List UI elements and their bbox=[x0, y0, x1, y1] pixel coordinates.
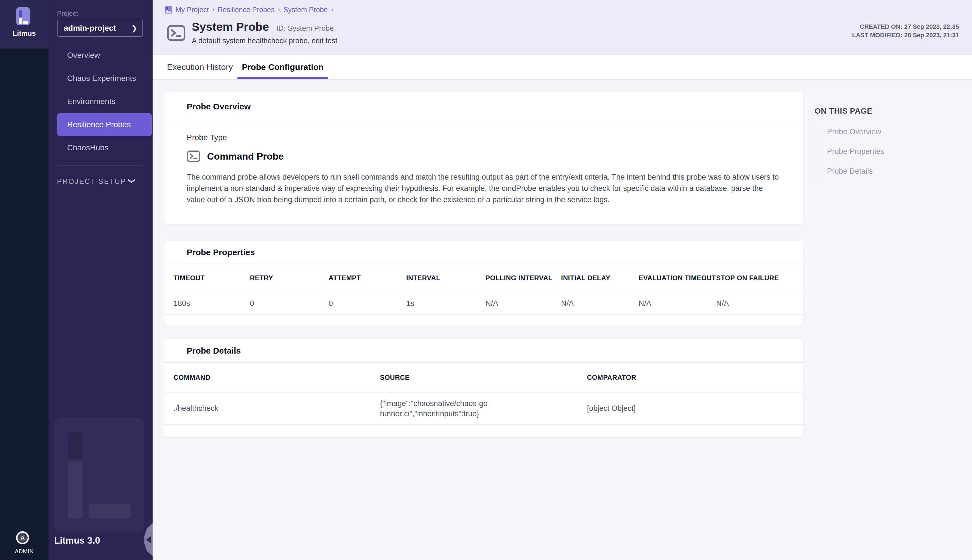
table-header-row: COMMAND SOURCE COMPARATOR bbox=[165, 363, 803, 393]
breadcrumb-my-project[interactable]: My Project bbox=[175, 6, 209, 14]
probe-type-label: Probe Type bbox=[187, 133, 781, 142]
sidebar-item-environments[interactable]: Environments bbox=[48, 90, 153, 113]
breadcrumb-separator: › bbox=[278, 6, 280, 13]
breadcrumb-separator: › bbox=[331, 6, 333, 13]
collapse-arrow-icon bbox=[146, 536, 151, 543]
collapse-sidebar-handle[interactable] bbox=[144, 523, 153, 556]
column-header: COMMAND bbox=[173, 373, 380, 382]
timestamps: CREATED ON: 27 Sep 2023, 22:35 LAST MODI… bbox=[852, 23, 959, 40]
column-header: INTERVAL bbox=[406, 274, 485, 282]
probe-type-description: The command probe allows developers to r… bbox=[187, 172, 781, 205]
main-area: My Project › Resilience Probes › System … bbox=[153, 0, 972, 560]
column-header: RETRY bbox=[250, 274, 328, 282]
polling-interval-value: N/A bbox=[485, 299, 561, 308]
command-value: ./healthcheck bbox=[173, 404, 380, 413]
sidebar-item-resilience-probes[interactable]: Resilience Probes bbox=[57, 113, 152, 136]
project-switcher[interactable]: admin-project ❯ bbox=[57, 20, 143, 37]
probe-properties-card: Probe Properties TIMEOUT RETRY ATTEMPT I… bbox=[165, 241, 803, 326]
sidebar-item-chaos-experiments[interactable]: Chaos Experiments bbox=[48, 67, 153, 90]
tab-probe-configuration[interactable]: Probe Configuration bbox=[237, 55, 328, 79]
content-area: Probe Overview Probe Type Command Probe … bbox=[153, 80, 972, 560]
chevron-down-icon: ❯ bbox=[128, 178, 136, 184]
left-rail: Litmus A ADMIN bbox=[0, 0, 48, 560]
initial-delay-value: N/A bbox=[561, 299, 639, 308]
project-label: Project bbox=[57, 10, 78, 17]
table-row: 180s 0 0 1s N/A N/A N/A N/A bbox=[165, 292, 803, 315]
last-modified: LAST MODIFIED: 28 Sep 2023, 21:31 bbox=[852, 31, 959, 40]
litmus-breadcrumb-icon bbox=[165, 6, 172, 13]
page-header: My Project › Resilience Probes › System … bbox=[153, 0, 972, 55]
table-header-row: TIMEOUT RETRY ATTEMPT INTERVAL POLLING I… bbox=[165, 264, 803, 292]
app-version: Litmus 3.0 bbox=[54, 535, 100, 546]
breadcrumb-resilience-probes[interactable]: Resilience Probes bbox=[218, 6, 275, 14]
created-on: CREATED ON: 27 Sep 2023, 22:35 bbox=[852, 23, 959, 31]
title-block: System Probe ID: System Probe A default … bbox=[192, 20, 337, 45]
litmus-logo-icon bbox=[17, 7, 30, 25]
column-header: SOURCE bbox=[380, 373, 587, 382]
sidebar-nav: Overview Chaos Experiments Environments … bbox=[48, 44, 153, 159]
sidebar-item-chaoshubs[interactable]: ChaosHubs bbox=[48, 136, 153, 159]
litmus-watermark-logo bbox=[54, 418, 144, 532]
on-this-page-title: ON THIS PAGE bbox=[815, 107, 961, 116]
column-header: STOP ON FAILURE bbox=[716, 274, 803, 282]
column-header: ATTEMPT bbox=[328, 274, 406, 282]
avatar-initial: A bbox=[21, 535, 25, 541]
toc-item-probe-properties[interactable]: Probe Properties bbox=[827, 142, 961, 161]
chevron-right-icon: ❯ bbox=[131, 24, 137, 33]
table-row: ./healthcheck {"image":"chaosnative/chao… bbox=[165, 393, 803, 425]
terminal-icon bbox=[167, 25, 186, 41]
project-setup-toggle[interactable]: PROJECT SETUP ❯ bbox=[57, 173, 143, 189]
interval-value: 1s bbox=[406, 299, 485, 308]
comparator-value: [object Object] bbox=[587, 404, 803, 413]
card-title: Probe Properties bbox=[165, 241, 803, 264]
stop-on-failure-value: N/A bbox=[716, 299, 803, 308]
probe-description: A default system healthcheck probe, edit… bbox=[192, 37, 337, 45]
sidebar-item-overview[interactable]: Overview bbox=[48, 44, 153, 67]
retry-value: 0 bbox=[250, 299, 328, 308]
probe-overview-body: Probe Type Command Probe The command pro… bbox=[165, 121, 803, 205]
project-setup-label: PROJECT SETUP bbox=[57, 177, 127, 185]
column-header: POLLING INTERVAL bbox=[485, 274, 561, 282]
timeout-value: 180s bbox=[173, 299, 250, 308]
attempt-value: 0 bbox=[328, 299, 406, 308]
toc-item-probe-overview[interactable]: Probe Overview bbox=[827, 122, 961, 142]
tab-bar: Execution History Probe Configuration bbox=[153, 55, 972, 80]
on-this-page: ON THIS PAGE Probe Overview Probe Proper… bbox=[815, 107, 961, 181]
sidebar-divider bbox=[57, 165, 143, 165]
project-switcher-value: admin-project bbox=[64, 24, 116, 33]
column-header: INITIAL DELAY bbox=[561, 274, 639, 282]
toc-item-probe-details[interactable]: Probe Details bbox=[827, 161, 961, 181]
breadcrumb: My Project › Resilience Probes › System … bbox=[165, 5, 333, 15]
probe-type-row: Command Probe bbox=[187, 150, 781, 162]
breadcrumb-separator: › bbox=[212, 6, 214, 13]
avatar-label: ADMIN bbox=[0, 548, 48, 555]
source-value: {"image":"chaosnative/chaos-go-runner:ci… bbox=[380, 398, 512, 419]
terminal-icon bbox=[187, 150, 200, 162]
sidebar: Project admin-project ❯ Overview Chaos E… bbox=[48, 0, 153, 560]
brand-name: Litmus bbox=[0, 29, 48, 38]
probe-id: ID: System Probe bbox=[276, 24, 334, 33]
probe-type-value: Command Probe bbox=[207, 151, 284, 162]
avatar[interactable]: A bbox=[16, 531, 29, 544]
column-header: COMPARATOR bbox=[587, 373, 803, 382]
probe-overview-card: Probe Overview Probe Type Command Probe … bbox=[165, 92, 803, 224]
page-title: System Probe bbox=[192, 20, 269, 33]
evaluation-timeout-value: N/A bbox=[639, 299, 716, 308]
card-title: Probe Details bbox=[165, 339, 803, 363]
breadcrumb-system-probe[interactable]: System Probe bbox=[283, 6, 328, 14]
column-header: TIMEOUT bbox=[173, 274, 250, 282]
column-header: EVALUATION TIMEOUT bbox=[639, 274, 716, 282]
on-this-page-list: Probe Overview Probe Properties Probe De… bbox=[815, 122, 961, 181]
tab-execution-history[interactable]: Execution History bbox=[162, 55, 237, 79]
brand-block[interactable]: Litmus bbox=[0, 0, 48, 48]
card-title: Probe Overview bbox=[165, 92, 803, 121]
probe-details-card: Probe Details COMMAND SOURCE COMPARATOR … bbox=[165, 339, 803, 437]
litmus-app: Litmus A ADMIN Project admin-project ❯ O… bbox=[0, 0, 972, 560]
